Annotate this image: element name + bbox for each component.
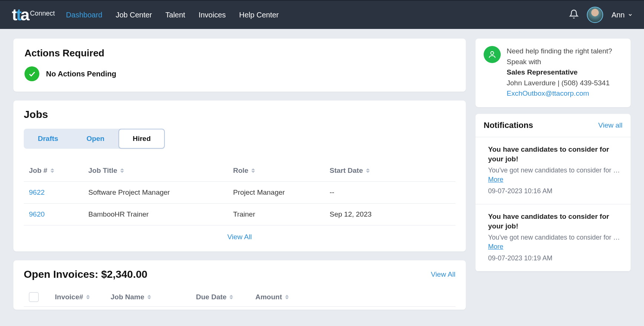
page-body: Actions Required No Actions Pending Jobs… bbox=[0, 29, 644, 319]
user-display-name: Ann bbox=[611, 11, 625, 19]
main-column: Actions Required No Actions Pending Jobs… bbox=[13, 39, 466, 310]
header-right: Ann bbox=[569, 7, 633, 23]
table-row: 9620 BambooHR Trainer Trainer Sep 12, 20… bbox=[24, 204, 455, 225]
jobs-heading: Jobs bbox=[24, 109, 455, 121]
sort-icon bbox=[366, 168, 370, 173]
jobs-card: Jobs Drafts Open Hired Job # Job Title bbox=[13, 101, 466, 251]
sort-icon bbox=[229, 295, 233, 299]
help-name-phone: John Laverdure | (508) 439-5341 bbox=[507, 78, 612, 89]
job-title-cell: BambooHR Trainer bbox=[88, 210, 233, 218]
open-invoices-prefix: Open Invoices: bbox=[24, 269, 101, 280]
jobs-table: Job # Job Title Role Start Date bbox=[24, 160, 455, 225]
col-invoice-no[interactable]: Invoice# bbox=[55, 293, 111, 301]
notification-time: 09-07-2023 10:19 AM bbox=[488, 254, 622, 262]
notifications-header: Notifications View all bbox=[475, 114, 631, 137]
col-job-name-label: Job Name bbox=[111, 293, 144, 301]
col-role-label: Role bbox=[233, 167, 248, 175]
sort-icon bbox=[50, 168, 54, 173]
col-job-no-label: Job # bbox=[29, 167, 48, 175]
logo-mark: tta bbox=[12, 7, 29, 23]
table-row: 9622 Software Project Manager Project Ma… bbox=[24, 182, 455, 204]
bell-icon[interactable] bbox=[569, 9, 579, 20]
jobs-tabs: Drafts Open Hired bbox=[24, 129, 165, 149]
job-title-cell: Software Project Manager bbox=[88, 188, 233, 197]
help-card: Need help finding the right talent? Spea… bbox=[475, 39, 631, 107]
col-select-all bbox=[29, 292, 55, 302]
actions-status-text: No Actions Pending bbox=[46, 70, 116, 78]
help-role: Sales Representative bbox=[507, 67, 612, 78]
nav-dashboard[interactable]: Dashboard bbox=[66, 11, 102, 19]
help-email-link[interactable]: ExchOutbox@ttacorp.com bbox=[507, 89, 589, 97]
col-due-date[interactable]: Due Date bbox=[196, 293, 255, 301]
help-line1: Need help finding the right talent? bbox=[507, 46, 612, 57]
tab-open[interactable]: Open bbox=[72, 129, 119, 149]
col-role[interactable]: Role bbox=[233, 167, 330, 175]
invoices-header-row: Invoice# Job Name Due Date Amount bbox=[24, 289, 455, 307]
nav-job-center[interactable]: Job Center bbox=[116, 11, 152, 19]
actions-heading: Actions Required bbox=[24, 47, 455, 59]
nav-talent[interactable]: Talent bbox=[166, 11, 185, 19]
actions-required-card: Actions Required No Actions Pending bbox=[13, 39, 466, 92]
sort-icon bbox=[120, 168, 124, 173]
job-start-date-cell: -- bbox=[330, 188, 450, 197]
avatar[interactable] bbox=[587, 7, 603, 23]
notification-preview: You've got new candidates to consider fo… bbox=[488, 167, 622, 174]
notifications-view-all-link[interactable]: View all bbox=[598, 121, 622, 129]
notification-preview: You've got new candidates to consider fo… bbox=[488, 234, 622, 241]
sort-icon bbox=[147, 295, 151, 299]
notifications-heading: Notifications bbox=[484, 121, 533, 130]
check-circle-icon bbox=[24, 66, 39, 81]
job-role-cell: Trainer bbox=[233, 210, 330, 218]
col-amount[interactable]: Amount bbox=[255, 293, 450, 301]
invoices-view-all-link[interactable]: View All bbox=[431, 270, 455, 279]
svg-point-0 bbox=[491, 52, 494, 55]
sort-icon bbox=[251, 168, 255, 173]
notification-more-link[interactable]: More bbox=[488, 176, 503, 184]
app-header: tta Connect Dashboard Job Center Talent … bbox=[0, 0, 644, 29]
col-job-title-label: Job Title bbox=[88, 167, 117, 175]
sort-icon bbox=[285, 295, 289, 299]
person-icon bbox=[484, 46, 501, 63]
open-invoices-card: Open Invoices: $2,340.00 View All Invoic… bbox=[13, 260, 466, 310]
help-line2: Speak with bbox=[507, 57, 612, 67]
notification-item: You have candidates to consider for your… bbox=[475, 204, 631, 271]
logo-connect: Connect bbox=[30, 10, 55, 17]
user-menu[interactable]: Ann bbox=[611, 11, 633, 19]
job-start-date-cell: Sep 12, 2023 bbox=[330, 210, 450, 218]
col-start-date[interactable]: Start Date bbox=[330, 167, 450, 175]
tab-hired[interactable]: Hired bbox=[118, 129, 165, 149]
col-amount-label: Amount bbox=[255, 293, 282, 301]
tab-drafts[interactable]: Drafts bbox=[24, 129, 72, 149]
actions-status-row: No Actions Pending bbox=[24, 66, 455, 81]
job-role-cell: Project Manager bbox=[233, 188, 330, 197]
col-start-date-label: Start Date bbox=[330, 167, 363, 175]
nav-help-center[interactable]: Help Center bbox=[239, 11, 279, 19]
jobs-view-all-link[interactable]: View All bbox=[227, 233, 252, 241]
nav-invoices[interactable]: Invoices bbox=[199, 11, 226, 19]
help-body: Need help finding the right talent? Spea… bbox=[507, 46, 612, 99]
notification-item: You have candidates to consider for your… bbox=[475, 137, 631, 204]
invoices-header: Open Invoices: $2,340.00 View All bbox=[24, 269, 455, 280]
col-job-name[interactable]: Job Name bbox=[111, 293, 196, 301]
job-number-link[interactable]: 9620 bbox=[29, 210, 88, 218]
brand-logo[interactable]: tta Connect bbox=[12, 7, 55, 23]
job-number-link[interactable]: 9622 bbox=[29, 188, 88, 197]
notification-title: You have candidates to consider for your… bbox=[488, 145, 622, 164]
sort-icon bbox=[86, 295, 90, 299]
col-invoice-no-label: Invoice# bbox=[55, 293, 83, 301]
main-nav: Dashboard Job Center Talent Invoices Hel… bbox=[66, 11, 279, 19]
notification-more-link[interactable]: More bbox=[488, 243, 503, 251]
select-all-checkbox[interactable] bbox=[29, 292, 39, 302]
notifications-card: Notifications View all You have candidat… bbox=[475, 114, 631, 271]
col-job-title[interactable]: Job Title bbox=[88, 167, 233, 175]
open-invoices-amount: $2,340.00 bbox=[101, 269, 148, 280]
side-column: Need help finding the right talent? Spea… bbox=[475, 39, 631, 271]
col-due-date-label: Due Date bbox=[196, 293, 226, 301]
open-invoices-title: Open Invoices: $2,340.00 bbox=[24, 269, 147, 280]
notification-time: 09-07-2023 10:16 AM bbox=[488, 187, 622, 195]
notification-title: You have candidates to consider for your… bbox=[488, 212, 622, 231]
chevron-down-icon bbox=[628, 11, 633, 19]
col-job-no[interactable]: Job # bbox=[29, 167, 88, 175]
invoices-table: Invoice# Job Name Due Date Amount bbox=[24, 289, 455, 307]
jobs-header-row: Job # Job Title Role Start Date bbox=[24, 160, 455, 182]
